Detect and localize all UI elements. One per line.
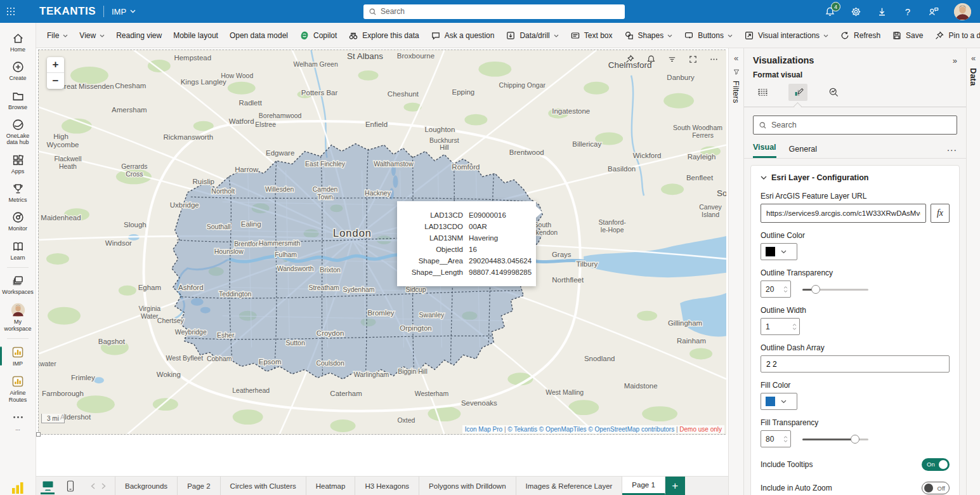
page-tab-heatmap[interactable]: Heatmap — [306, 477, 356, 495]
ribbon-pin-to-a-dashboard[interactable]: Pin to a dashboard — [929, 23, 980, 48]
page-tab-page-2[interactable]: Page 2 — [178, 477, 220, 495]
outline-width-spinner[interactable]: 1 — [761, 318, 800, 335]
global-search-input[interactable]: Search — [363, 4, 625, 19]
download-button[interactable] — [876, 6, 887, 17]
ribbon-text-box[interactable]: Text box — [565, 23, 618, 48]
tab-general[interactable]: General — [789, 145, 817, 158]
map-place-label: Biggin Hill — [398, 368, 428, 375]
zoom-out-button[interactable]: − — [47, 73, 64, 89]
data-pane-collapsed[interactable]: « Data — [966, 48, 980, 495]
filters-on-visual-button[interactable] — [664, 52, 679, 66]
icon-map-pro-visual[interactable]: HempsteadSt AlbansWelham GreenBroxbourne… — [38, 50, 726, 435]
ribbon-buttons[interactable]: Buttons — [678, 23, 738, 48]
tooltip-row: ObjectId16 — [402, 244, 528, 255]
focus-mode-button[interactable] — [685, 52, 700, 66]
page-tab-page-1[interactable]: Page 1 — [622, 477, 665, 495]
help-button[interactable]: ? — [902, 6, 913, 17]
page-tab-polygons-with-drilldown[interactable]: Polygons with Drilldown — [419, 477, 516, 495]
visualizations-pane: Visualizations » Format visual — [743, 48, 966, 495]
ribbon-open-data-model[interactable]: Open data model — [224, 23, 294, 48]
ribbon-visual-interactions[interactable]: Visual interactions — [738, 23, 834, 48]
attribution-link[interactable]: © Tekantis — [507, 426, 537, 433]
url-field-label: Esri ArcGIS Feature Layer URL — [761, 192, 950, 201]
user-avatar[interactable] — [954, 3, 971, 20]
ribbon-explore-this-data[interactable]: Explore this data — [343, 23, 424, 48]
fill-transparency-slider[interactable] — [802, 434, 868, 444]
report-icon — [11, 345, 25, 359]
sidebar-item-workspaces[interactable]: Workspaces — [0, 270, 36, 299]
attribution-link[interactable]: © OpenMapTiles — [539, 426, 587, 433]
analytics-tab-icon[interactable] — [824, 84, 843, 101]
alerts-button[interactable] — [643, 52, 658, 66]
add-page-button[interactable]: + — [665, 477, 685, 495]
ribbon-copilot[interactable]: Copilot — [294, 23, 343, 48]
pin-visual-button[interactable] — [622, 52, 637, 66]
page-tab-images-reference-layer[interactable]: Images & Reference Layer — [516, 477, 623, 495]
more-options-button[interactable] — [706, 52, 721, 66]
outline-color-dropdown[interactable] — [761, 243, 797, 260]
sidebar-item-airline-routes[interactable]: Airline Routes — [0, 371, 36, 407]
sidebar-item-learn[interactable]: Learn — [0, 236, 36, 265]
attribution-link[interactable]: © OpenStreetMap contributors — [588, 426, 674, 433]
settings-gear-button[interactable] — [850, 6, 861, 17]
sidebar-item-monitor[interactable]: Monitor — [0, 207, 36, 235]
sidebar-item-onelake-data-hub[interactable]: OneLake data hub — [0, 114, 36, 150]
tabs-scroll-right-icon[interactable] — [101, 483, 106, 489]
ribbon-mobile-layout[interactable]: Mobile layout — [167, 23, 224, 48]
fx-conditional-format-button[interactable]: fx — [931, 204, 950, 223]
sidebar-item-metrics[interactable]: Metrics — [0, 178, 36, 207]
sidebar-item-my-workspace[interactable]: My workspace — [0, 299, 36, 336]
tooltip-row: Shape__Length98807.4149998285 — [402, 267, 528, 278]
notifications-button[interactable]: 4 — [824, 6, 835, 17]
workspace-switcher[interactable]: IMP — [112, 7, 136, 16]
outline-transparency-slider[interactable] — [802, 284, 868, 294]
include-tooltips-toggle[interactable]: On — [922, 458, 950, 471]
format-search-input[interactable]: Search — [753, 116, 957, 135]
outline-transparency-spinner[interactable]: 20 — [761, 280, 791, 298]
fields-tab-icon[interactable] — [753, 84, 772, 101]
sidebar-item-browse[interactable]: Browse — [0, 86, 36, 114]
page-tab-backgrounds[interactable]: Backgrounds — [115, 477, 178, 495]
page-tab-circles-with-clusters[interactable]: Circles with Clusters — [221, 477, 306, 495]
ribbon-view[interactable]: View — [74, 23, 110, 48]
map-place-label: Snodland — [584, 355, 615, 362]
feedback-button[interactable] — [928, 6, 939, 17]
sidebar-item-[interactable]: ... — [0, 407, 36, 435]
format-more-options-icon[interactable]: ... — [947, 142, 957, 158]
expand-data-icon[interactable]: « — [971, 53, 976, 63]
tab-visual[interactable]: Visual — [753, 143, 776, 158]
map-place-label: Watford — [229, 117, 254, 125]
esri-url-input[interactable] — [761, 204, 926, 223]
desktop-view-button[interactable] — [36, 477, 59, 495]
filters-pane-collapsed[interactable]: « Filters — [728, 48, 743, 495]
ribbon-file[interactable]: File — [41, 23, 74, 48]
attribution-link[interactable]: Icon Map Pro — [465, 426, 502, 433]
collapse-visualizations-icon[interactable]: » — [953, 56, 957, 65]
format-scroll-area[interactable]: Esri Layer - Configuration Esri ArcGIS F… — [744, 159, 966, 495]
sidebar-item-home[interactable]: Home — [0, 28, 36, 56]
esri-section-header[interactable]: Esri Layer - Configuration — [761, 168, 950, 183]
ribbon-reading-view[interactable]: Reading view — [110, 23, 167, 48]
sidebar-item-imp[interactable]: IMP — [0, 341, 36, 371]
ribbon-data-drill[interactable]: Data/drill — [500, 23, 564, 48]
tabs-scroll-left-icon[interactable] — [91, 483, 95, 489]
visual-resize-handle[interactable] — [36, 432, 41, 437]
sidebar-divider — [7, 267, 29, 268]
outline-dash-input[interactable] — [761, 355, 950, 373]
sidebar-item-apps[interactable]: Apps — [0, 150, 36, 178]
app-launcher-icon[interactable] — [0, 0, 22, 23]
expand-filters-icon[interactable]: « — [734, 53, 738, 63]
page-tab-h3-hexagons[interactable]: H3 Hexagons — [355, 477, 419, 495]
format-tab-icon[interactable] — [788, 84, 807, 101]
include-auto-zoom-toggle[interactable]: Off — [922, 482, 950, 494]
mobile-view-button[interactable] — [59, 477, 82, 495]
ribbon-ask-a-question[interactable]: Ask a question — [425, 23, 500, 48]
ribbon-save[interactable]: Save — [886, 23, 929, 48]
sidebar-item-create[interactable]: Create — [0, 56, 36, 85]
ribbon-shapes[interactable]: Shapes — [618, 23, 679, 48]
fill-transparency-spinner[interactable]: 80 — [761, 430, 791, 447]
map-place-label: Hill — [440, 144, 449, 151]
ribbon-refresh[interactable]: Refresh — [834, 23, 886, 48]
zoom-in-button[interactable]: + — [47, 57, 64, 73]
fill-color-dropdown[interactable] — [761, 393, 797, 410]
